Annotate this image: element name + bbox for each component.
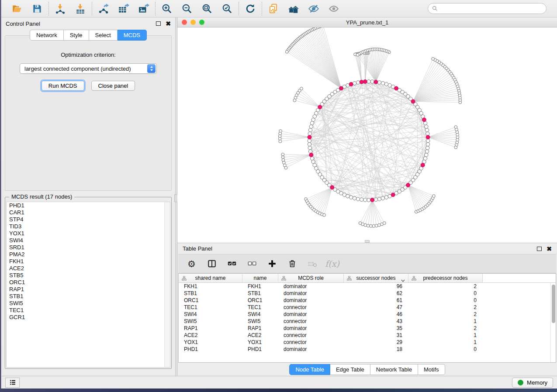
run-mcds-button[interactable]: Run MCDS	[42, 81, 84, 91]
close-table-panel-icon[interactable]: ✖	[547, 246, 552, 252]
optimization-criterion-label: Optimization criterion:	[5, 52, 171, 58]
mcds-result-item[interactable]: SWI4	[7, 237, 170, 244]
mcds-result-item[interactable]: FKH1	[7, 258, 170, 265]
cell-mcds_role: dominator	[278, 346, 344, 352]
mcds-result-item[interactable]: TEC1	[7, 307, 170, 314]
table-row[interactable]: STB1STB1dominator620	[179, 290, 556, 297]
table-row[interactable]: SWI5SWI5connector431	[179, 318, 556, 325]
select-stepper-icon	[147, 64, 156, 73]
maximize-window-icon[interactable]	[199, 20, 204, 25]
zoom-selected-icon[interactable]	[221, 3, 233, 14]
column-header-MCDS-role[interactable]: MCDS role	[278, 274, 344, 282]
table-row[interactable]: ACE2ACE2connector311	[179, 332, 556, 339]
column-header-successor-nodes[interactable]: successor nodes	[344, 274, 408, 282]
deselect-all-icon[interactable]	[246, 258, 257, 269]
cell-predecessor_nodes: 2	[408, 304, 483, 310]
mcds-result-item[interactable]: CAR1	[7, 209, 170, 216]
table-row[interactable]: RAP1RAP1dominator352	[179, 325, 556, 332]
add-column-icon[interactable]	[266, 258, 277, 269]
table-row[interactable]: YOX1YOX1connector291	[179, 339, 556, 346]
split-columns-icon[interactable]	[206, 258, 217, 269]
gear-icon[interactable]: ⚙	[186, 258, 197, 269]
network-canvas[interactable]	[177, 28, 557, 243]
table-row[interactable]: PHD1PHD1dominator180	[179, 346, 556, 353]
export-image-icon[interactable]	[138, 3, 149, 14]
tab-select[interactable]: Select	[89, 30, 118, 41]
show-panels-button[interactable]	[5, 378, 20, 388]
function-builder-icon[interactable]: f(x)	[327, 258, 338, 269]
cell-shared_name: TEC1	[179, 304, 242, 310]
table-panel-title: Table Panel	[183, 245, 212, 252]
minimize-window-icon[interactable]	[190, 20, 196, 25]
search-input[interactable]	[440, 6, 542, 12]
first-neighbors-icon[interactable]	[288, 3, 299, 14]
cell-shared_name: YOX1	[179, 339, 242, 345]
close-window-icon[interactable]	[182, 20, 187, 25]
column-header-label: name	[253, 275, 266, 281]
tab-network-table[interactable]: Network Table	[370, 364, 418, 375]
export-table-icon[interactable]	[118, 3, 129, 14]
import-network-icon[interactable]	[55, 3, 66, 14]
mcds-result-item[interactable]: TID3	[7, 223, 170, 230]
cell-predecessor_nodes: 0	[408, 346, 483, 352]
column-header-predecessor-nodes[interactable]: predecessor nodes	[408, 274, 483, 282]
float-panel-icon[interactable]	[156, 21, 161, 26]
export-network-icon[interactable]	[98, 3, 109, 14]
result-list-scrollbar[interactable]	[164, 202, 170, 367]
delete-table-icon[interactable]	[307, 258, 318, 269]
memory-button[interactable]: Memory	[512, 378, 553, 388]
cell-mcds_role: dominator	[278, 297, 344, 303]
tab-node-table[interactable]: Node Table	[289, 364, 330, 375]
table-row[interactable]: ORC1ORC1dominator610	[179, 297, 556, 304]
tab-style[interactable]: Style	[64, 30, 89, 41]
window-traffic-lights	[182, 20, 204, 25]
cell-name: TEC1	[242, 304, 278, 310]
mcds-result-item[interactable]: YOX1	[7, 230, 170, 237]
column-header-name[interactable]: name	[242, 274, 278, 282]
delete-column-icon[interactable]	[287, 258, 298, 269]
tab-motifs[interactable]: Motifs	[418, 364, 445, 375]
criterion-selected-value: largest connected component (undirected)	[24, 65, 147, 72]
zoom-fit-icon[interactable]	[201, 3, 213, 14]
mcds-result-item[interactable]: RAP1	[7, 286, 170, 293]
tab-mcds[interactable]: MCDS	[118, 30, 147, 41]
zoom-in-icon[interactable]	[161, 3, 173, 14]
import-table-icon[interactable]	[75, 3, 86, 14]
show-all-icon[interactable]	[328, 3, 339, 14]
mcds-result-list[interactable]: PHD1CAR1STP4TID3YOX1SWI4SRD1PMA2FKH1ACE2…	[6, 202, 170, 368]
horizontal-splitter-handle[interactable]	[365, 240, 370, 243]
column-header-shared-name[interactable]: shared name	[179, 274, 242, 282]
table-scrollbar[interactable]	[550, 283, 556, 362]
table-row[interactable]: SWI4SWI4dominator462	[179, 311, 556, 318]
float-table-panel-icon[interactable]	[537, 247, 542, 251]
tab-edge-table[interactable]: Edge Table	[330, 364, 370, 375]
tab-network[interactable]: Network	[30, 30, 64, 41]
mcds-result-item[interactable]: STB5	[7, 272, 170, 279]
mcds-result-item[interactable]: ORC1	[7, 279, 170, 286]
zoom-out-icon[interactable]	[181, 3, 193, 14]
refresh-icon[interactable]	[245, 3, 256, 14]
table-row[interactable]: TEC1TEC1connector472	[179, 304, 556, 311]
table-row[interactable]: FKH1FKH1dominator962	[179, 283, 556, 290]
mcds-result-item[interactable]: STP4	[7, 216, 170, 223]
mcds-result-item[interactable]: SRD1	[7, 244, 170, 251]
mcds-result-item[interactable]: STB1	[7, 293, 170, 300]
close-panel-button[interactable]: Close panel	[91, 81, 135, 91]
search-box[interactable]	[428, 3, 547, 14]
mcds-result-item[interactable]: PHD1	[7, 202, 170, 209]
close-panel-icon[interactable]: ✖	[166, 21, 171, 27]
hierarchy-icon	[182, 276, 187, 282]
mcds-result-item[interactable]: GCR1	[7, 314, 170, 321]
select-all-icon[interactable]	[226, 258, 237, 269]
copy-network-icon[interactable]	[268, 3, 279, 14]
criterion-select[interactable]: largest connected component (undirected)	[20, 63, 157, 74]
cell-name: STB1	[242, 290, 278, 296]
mcds-result-item[interactable]: ACE2	[7, 265, 170, 272]
mcds-result-item[interactable]: SWI5	[7, 300, 170, 307]
hide-selected-icon[interactable]	[308, 3, 319, 14]
cell-predecessor_nodes: 1	[408, 332, 483, 338]
open-file-icon[interactable]	[11, 3, 23, 14]
table-scrollbar-thumb[interactable]	[552, 285, 555, 323]
mcds-result-item[interactable]: PMA2	[7, 251, 170, 258]
save-session-icon[interactable]	[31, 3, 43, 14]
